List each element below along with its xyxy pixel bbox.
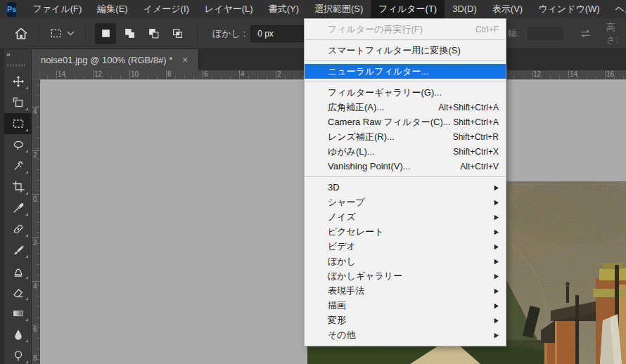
new-selection-button[interactable] <box>95 23 116 44</box>
photoshop-window: { "app": { "logo": "Ps" }, "colors": { "… <box>0 0 626 364</box>
document-tab[interactable]: noise01.jpg @ 100% (RGB/8#) * × <box>32 49 199 70</box>
ruler-label: 0 <box>33 196 37 203</box>
menu-item-submenu-noise[interactable]: ノイズ▶ <box>305 209 506 224</box>
submenu-arrow-icon: ▶ <box>494 242 499 250</box>
menu-item-adaptive-wide-angle[interactable]: 広角補正(A)...Alt+Shift+Ctrl+A <box>305 100 506 115</box>
blur-tool[interactable] <box>4 324 32 345</box>
menu-item-submenu-sharpen[interactable]: シャープ▶ <box>305 195 506 209</box>
submenu-arrow-icon: ▶ <box>494 316 499 324</box>
menu-item-submenu-video[interactable]: ビデオ▶ <box>305 239 506 254</box>
add-to-selection-button[interactable] <box>119 23 140 44</box>
photoshop-logo: Ps <box>7 2 16 17</box>
menubar-item-view[interactable]: 表示(V) <box>485 0 530 18</box>
tool-group-indicator <box>25 171 28 174</box>
separator <box>197 24 198 44</box>
width-input[interactable] <box>526 26 565 41</box>
menu-item-filter-gallery[interactable]: フィルターギャラリー(G)... <box>305 85 506 100</box>
menu-item-camera-raw-filter[interactable]: Camera Raw フィルター(C)...Shift+Ctrl+A <box>305 115 506 129</box>
menu-item-lens-correction[interactable]: レンズ補正(R)...Shift+Ctrl+R <box>305 129 506 144</box>
tab-close-icon[interactable]: × <box>181 55 189 65</box>
blur-tool-icon <box>12 328 25 341</box>
menu-item-label: ぼかし <box>328 255 356 268</box>
menu-item-submenu-distort[interactable]: 変形▶ <box>305 313 506 327</box>
menubar-item-3d[interactable]: 3D(D) <box>445 0 485 18</box>
menu-item-submenu-pixelate[interactable]: ピクセレート▶ <box>305 224 506 239</box>
width-label: 幅: <box>508 27 520 40</box>
menu-item-label: レンズ補正(R)... <box>328 131 395 143</box>
tool-group-indicator <box>25 234 28 237</box>
menubar-item-select[interactable]: 選択範囲(S) <box>307 0 371 18</box>
tools-panel-grip[interactable] <box>7 64 25 67</box>
filter-menu: フィルターの再実行(F)Ctrl+Fスマートフィルター用に変換(S)ニューラルフ… <box>304 18 506 346</box>
ruler-label: 6 <box>33 326 37 333</box>
tool-group-indicator <box>25 108 28 110</box>
menu-item-submenu-blur-gallery[interactable]: ぼかしギャラリー▶ <box>305 268 506 283</box>
menubar-item-image[interactable]: イメージ(I) <box>136 0 197 18</box>
eraser-tool[interactable] <box>4 282 32 303</box>
menubar-item-filter[interactable]: フィルター(T) <box>371 0 445 18</box>
gradient-tool[interactable] <box>4 303 32 324</box>
menubar-item-edit[interactable]: 編集(E) <box>89 0 135 18</box>
submenu-arrow-icon: ▶ <box>494 228 499 235</box>
subtract-from-selection-button[interactable] <box>143 23 164 44</box>
tool-group-indicator <box>25 255 28 258</box>
ruler-label: 12 <box>533 71 541 78</box>
menu-item-shortcut: Shift+Ctrl+R <box>453 132 499 142</box>
ruler-label: 4 <box>33 108 37 115</box>
home-icon <box>13 26 29 41</box>
rectangular-marquee-tool[interactable] <box>4 113 32 134</box>
menu-item-label: 表現手法 <box>328 285 364 297</box>
menu-item-submenu-stylize[interactable]: 表現手法▶ <box>305 283 506 298</box>
submenu-arrow-icon: ▶ <box>494 183 499 191</box>
menubar: Ps ファイル(F)編集(E)イメージ(I)レイヤー(L)書式(Y)選択範囲(S… <box>0 0 626 18</box>
clone-stamp-tool[interactable] <box>4 261 32 282</box>
menu-item-label: ノイズ <box>328 211 356 223</box>
ruler-label: 12 <box>94 71 102 78</box>
menu-item-vanishing-point[interactable]: Vanishing Point(V)...Alt+Ctrl+V <box>305 159 506 174</box>
add-to-selection-icon <box>124 27 136 39</box>
menu-item-liquify[interactable]: ゆがみ(L)...Shift+Ctrl+X <box>305 144 506 159</box>
menu-item-label: ピクセレート <box>328 226 384 238</box>
ruler-label: 8 <box>33 355 37 362</box>
eyedropper-tool[interactable] <box>4 197 32 219</box>
tool-preset-button[interactable] <box>47 27 77 39</box>
menubar-item-file[interactable]: ファイル(F) <box>25 0 89 18</box>
move-tool[interactable] <box>4 71 32 92</box>
brush-tool[interactable] <box>4 240 32 261</box>
menu-item-submenu-blur[interactable]: ぼかし▶ <box>305 254 506 268</box>
intersect-selection-button[interactable] <box>167 23 188 44</box>
tool-group-indicator <box>25 360 28 363</box>
menu-item-convert-for-smart-filters[interactable]: スマートフィルター用に変換(S) <box>305 43 506 58</box>
lasso-tool[interactable] <box>4 134 32 155</box>
ruler-label: 16 <box>606 71 614 78</box>
menubar-item-type[interactable]: 書式(Y) <box>261 0 307 18</box>
tool-group-indicator <box>25 276 28 279</box>
menu-item-submenu-other[interactable]: その他▶ <box>305 327 506 342</box>
menu-item-submenu-3d[interactable]: 3D▶ <box>305 180 506 195</box>
feather-input[interactable] <box>250 25 309 42</box>
menubar-item-help[interactable]: ヘルプ(H) <box>608 0 626 18</box>
tool-group-indicator <box>25 318 28 321</box>
tool-group-indicator <box>25 86 28 89</box>
menu-item-label: ゆがみ(L)... <box>328 145 375 158</box>
dodge-tool[interactable] <box>4 345 32 364</box>
separator <box>39 24 39 44</box>
frame-tool[interactable] <box>4 92 32 113</box>
menubar-item-window[interactable]: ウィンドウ(W) <box>530 0 607 18</box>
crop-tool[interactable] <box>4 176 32 197</box>
magic-wand-tool[interactable] <box>4 155 32 176</box>
menu-item-submenu-render[interactable]: 描画▶ <box>305 298 506 313</box>
ruler-corner <box>32 70 40 79</box>
spot-healing-brush-tool[interactable] <box>4 219 32 240</box>
frame-tool-icon <box>12 96 25 109</box>
menu-item-neural-filters[interactable]: ニューラルフィルター... <box>305 64 506 79</box>
chevron-down-icon <box>67 31 75 36</box>
menubar-item-layer[interactable]: レイヤー(L) <box>197 0 261 18</box>
move-tool-icon <box>12 75 25 88</box>
expand-tools-button[interactable]: » <box>4 49 31 60</box>
tab-title: noise01.jpg @ 100% (RGB/8#) * <box>41 55 172 65</box>
vertical-ruler[interactable]: 4202468 <box>32 79 40 364</box>
marquee-preset-icon <box>50 27 62 39</box>
submenu-arrow-icon: ▶ <box>494 301 499 309</box>
home-button[interactable] <box>11 24 31 44</box>
